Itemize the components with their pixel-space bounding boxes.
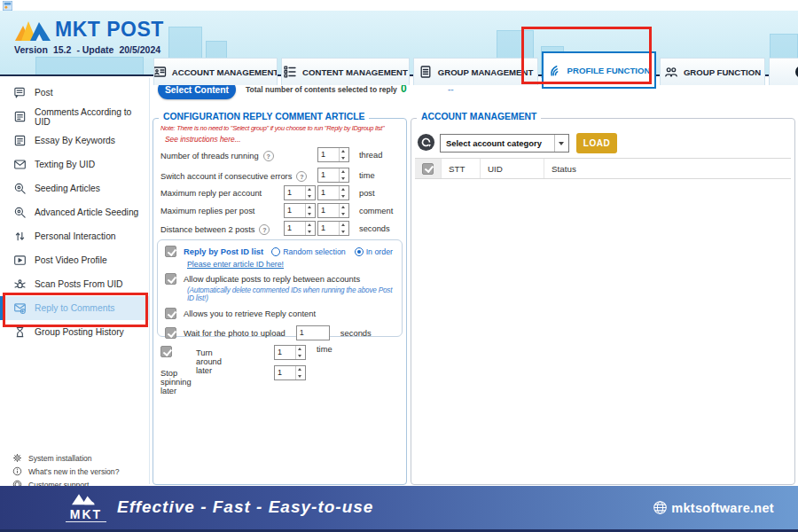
turn-around-spinner[interactable]: 1 — [274, 345, 306, 360]
spider-icon — [13, 278, 27, 291]
sidebar-item-texting-by-uid[interactable]: Texting By UID — [0, 153, 149, 176]
sidebar-item-label: Texting By UID — [35, 160, 95, 169]
account-panel-title: ACCOUNT MANAGEMENT — [417, 112, 541, 121]
sidebar-link-system-installation[interactable]: System installation — [0, 451, 149, 465]
app-logo-text: MKT POST — [55, 18, 164, 42]
wait-photo-unit: seconds — [340, 328, 372, 338]
reply-mail-icon — [13, 301, 27, 315]
threads-row: Number of threads running 1 thread — [160, 147, 403, 167]
footer-slogan: Effective - Fast - Easy-to-use — [117, 497, 373, 517]
help-icon[interactable] — [263, 151, 274, 161]
help-icon[interactable] — [296, 171, 307, 182]
turn-around-unit: time — [317, 345, 332, 354]
tab-profile-function[interactable]: PROFILE FUNCTION — [542, 51, 656, 89]
sidebar-item-post[interactable]: Post — [0, 81, 149, 105]
allow-duplicate-row: Allow duplicate posts to reply between a… — [165, 273, 395, 285]
help-icon[interactable] — [259, 224, 270, 235]
tab-account-management[interactable]: ACCOUNT MANAGEMENT — [153, 58, 278, 85]
version-label: Version — [14, 44, 48, 55]
config-note-line1: Note: There is no need to "Select group"… — [160, 124, 384, 132]
config-note-line2[interactable]: See instructions here... — [165, 135, 241, 144]
retrieve-reply-row: Allows you to retrieve Reply content — [165, 308, 395, 319]
tab-bar: ACCOUNT MANAGEMENTCONTENT MANAGEMENTGROU… — [153, 53, 798, 89]
tab-content-management[interactable]: CONTENT MANAGEMENT — [281, 58, 410, 85]
distance-posts-unit: seconds — [359, 224, 390, 233]
sidebar-item-label: Advanced Article Seeding — [35, 207, 138, 217]
sidebar-item-label: Personal Interaction — [35, 231, 116, 241]
turn-around-checkbox[interactable] — [160, 346, 172, 357]
sidebar-item-reply-to-comments[interactable]: Reply to Comments — [0, 296, 149, 320]
tab-label: ACCOUNT MANAGEMENT — [172, 67, 278, 77]
switch-account-unit: time — [359, 171, 375, 180]
footer-website[interactable]: mktsoftware.net — [653, 500, 774, 515]
wait-photo-row: Wait for the photo to upload 1 seconds — [165, 325, 395, 340]
random-selection-radio[interactable]: Random selection — [271, 247, 345, 256]
column-header-stt[interactable]: STT — [442, 159, 481, 178]
wait-photo-checkbox[interactable] — [165, 327, 176, 339]
allow-duplicate-note: (Automatically delete commented IDs when… — [187, 286, 395, 302]
tab-group-management[interactable]: GROUP MANAGEMENT — [413, 58, 538, 85]
sidebar-item-essay-by-keywords[interactable]: Essay By Keywords — [0, 129, 149, 153]
in-order-radio[interactable]: In order — [355, 247, 393, 256]
account-category-dropdown[interactable]: Select account category — [440, 134, 569, 153]
sidebar-item-advanced-article-seeding[interactable]: Advanced Article Seeding — [0, 200, 149, 224]
sidebar-item-group-posting-history[interactable]: Group Posting History — [0, 320, 149, 344]
sidebar-item-post-video-profile[interactable]: Post Video Profile — [0, 248, 149, 272]
distance-posts-row: Distance between 2 posts 1 1 seconds — [160, 221, 403, 240]
version-number: 15.2 — [53, 44, 71, 55]
refresh-accounts-button[interactable] — [417, 133, 435, 155]
switch-account-label: Switch account if consecutive errors — [160, 172, 292, 181]
max-reply-account-spinner-max[interactable]: 1 — [317, 185, 349, 200]
sidebar-item-seeding-articles[interactable]: Seeding Articles — [0, 176, 149, 200]
distance-posts-spinner-min[interactable]: 1 — [284, 221, 316, 236]
distance-posts-label: Distance between 2 posts — [160, 225, 254, 234]
retrieve-reply-label: Allows you to retrieve Reply content — [184, 309, 316, 318]
footer-logo-text: MKT — [66, 509, 106, 520]
people-icon — [664, 65, 678, 79]
retrieve-reply-checkbox[interactable] — [165, 308, 176, 319]
reply-order-radios: Random selection In order — [271, 247, 395, 256]
brand-block: MKT POST Version 15.2 - Update 20/5/2024 — [14, 18, 164, 55]
title-bar — [0, 0, 798, 11]
reply-by-id-checkbox[interactable] — [165, 246, 176, 257]
max-reply-account-label: Maximum reply per account — [160, 189, 262, 198]
sidebar-item-personal-interaction[interactable]: Personal Interaction — [0, 224, 149, 248]
max-reply-account-row: Maximum reply per account 1 1 post — [160, 185, 403, 205]
comment-box-icon — [13, 134, 27, 147]
max-reply-post-spinner-max[interactable]: 1 — [317, 203, 349, 218]
max-reply-post-spinner-min[interactable]: 1 — [284, 203, 316, 218]
threads-spinner[interactable]: 1 — [317, 147, 349, 162]
switch-account-spinner[interactable]: 1 — [317, 168, 349, 183]
waves-icon — [548, 63, 562, 77]
tab-group-function[interactable]: GROUP FUNCTION — [660, 58, 765, 85]
load-button[interactable]: LOAD — [576, 133, 617, 153]
allow-duplicate-checkbox[interactable] — [165, 273, 176, 285]
column-header-status[interactable]: Status — [544, 159, 791, 178]
wait-photo-label: Wait for the photo to upload — [184, 328, 286, 338]
distance-posts-spinner-max[interactable]: 1 — [317, 221, 349, 236]
hourglass-icon — [13, 325, 27, 339]
sidebar-link-what-s-new-in-the-version[interactable]: What's new in the version? — [0, 465, 149, 478]
turn-around-label: Turn around later — [196, 348, 222, 375]
select-all-checkbox[interactable] — [422, 163, 434, 175]
account-management-panel: ACCOUNT MANAGEMENT Select account catego… — [411, 118, 795, 485]
max-reply-account-spinner-min[interactable]: 1 — [284, 185, 316, 200]
stop-spinning-spinner[interactable]: 1 — [274, 365, 306, 380]
sidebar-item-comments-according-to-uid[interactable]: Comments According to UID — [0, 105, 149, 129]
tab-page-fu[interactable]: fPAGE FU — [769, 58, 798, 85]
message-icon — [13, 158, 27, 171]
sidebar-item-scan-posts-from-uid[interactable]: Scan Posts From UID — [0, 272, 149, 296]
column-header-uid[interactable]: UID — [481, 159, 544, 178]
select-all-cell — [415, 159, 442, 178]
seed-search-icon — [13, 206, 27, 219]
sidebar-link-label: What's new in the version? — [28, 467, 119, 476]
version-line: Version 15.2 - Update 20/5/2024 — [14, 44, 164, 55]
enter-article-id-link[interactable]: Please enter article ID here! — [187, 260, 395, 269]
tab-label: GROUP MANAGEMENT — [438, 67, 534, 77]
mkt-post-window: { "colors":{"accent_blue":"#1266c8","act… — [0, 0, 798, 532]
max-reply-post-label: Maximum replies per post — [160, 207, 254, 215]
globe-icon — [653, 500, 668, 515]
wait-photo-spinner[interactable]: 1 — [296, 325, 330, 340]
info-icon — [12, 466, 22, 476]
document-icon — [419, 65, 433, 79]
